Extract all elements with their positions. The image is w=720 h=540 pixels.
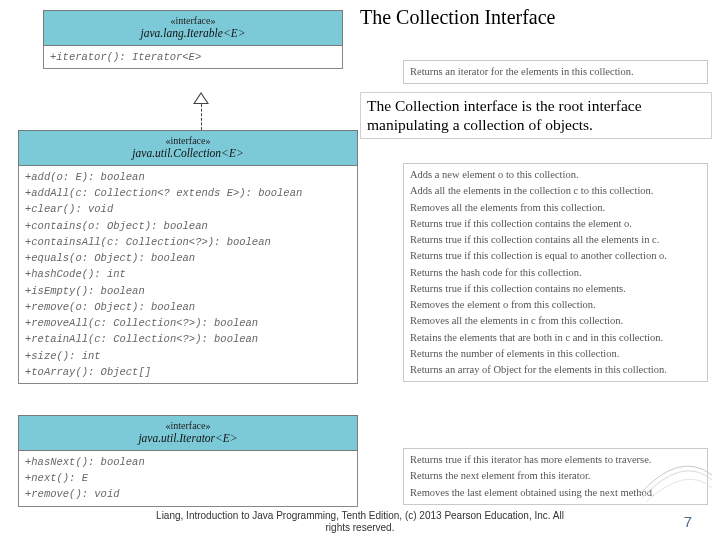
- method-desc: Removes the element o from this collecti…: [410, 297, 701, 313]
- iterator-methods: +hasNext(): boolean +next(): E +remove()…: [18, 451, 358, 507]
- iterable-descs: Returns an iterator for the elements in …: [403, 60, 708, 84]
- inheritance-arrow: [193, 92, 209, 130]
- method-sig: +toArray(): Object[]: [25, 364, 351, 380]
- method-desc: Retains the elements that are both in c …: [410, 330, 701, 346]
- method-sig: +add(o: E): boolean: [25, 169, 351, 185]
- method-sig: +equals(o: Object): boolean: [25, 250, 351, 266]
- iterable-class: «interface» java.lang.Iterable<E> +itera…: [43, 10, 343, 69]
- page-title: The Collection Interface: [360, 6, 555, 29]
- collection-methods: +add(o: E): boolean +addAll(c: Collectio…: [18, 166, 358, 384]
- method-sig: +iterator(): Iterator<E>: [50, 49, 336, 65]
- method-desc: Returns the hash code for this collectio…: [410, 265, 701, 281]
- method-desc: Returns the next element from this itera…: [410, 468, 701, 484]
- iterator-descs: Returns true if this iterator has more e…: [403, 448, 708, 505]
- stereotype: «interface»: [21, 420, 355, 432]
- method-sig: +next(): E: [25, 470, 351, 486]
- method-desc: Removes all the elements in c from this …: [410, 313, 701, 329]
- method-sig: +size(): int: [25, 348, 351, 364]
- method-desc: Returns true if this collection contains…: [410, 281, 701, 297]
- method-desc: Returns an iterator for the elements in …: [410, 64, 701, 80]
- method-sig: +remove(): void: [25, 486, 351, 502]
- iterable-methods: +iterator(): Iterator<E>: [43, 46, 343, 69]
- method-sig: +removeAll(c: Collection<?>): boolean: [25, 315, 351, 331]
- method-desc: Returns the number of elements in this c…: [410, 346, 701, 362]
- method-sig: +hashCode(): int: [25, 266, 351, 282]
- method-sig: +remove(o: Object): boolean: [25, 299, 351, 315]
- footer-citation: Liang, Introduction to Java Programming,…: [0, 510, 720, 534]
- stereotype: «interface»: [21, 135, 355, 147]
- iterator-header: «interface» java.util.Iterator<E>: [18, 415, 358, 451]
- method-sig: +retainAll(c: Collection<?>): boolean: [25, 331, 351, 347]
- triangle-icon: [193, 92, 209, 104]
- class-name: java.lang.Iterable<E>: [46, 27, 340, 41]
- iterator-class: «interface» java.util.Iterator<E> +hasNe…: [18, 415, 358, 507]
- method-desc: Adds a new element o to this collection.: [410, 167, 701, 183]
- method-sig: +clear(): void: [25, 201, 351, 217]
- footer-line2: rights reserved.: [326, 522, 395, 533]
- method-desc: Adds all the elements in the collection …: [410, 183, 701, 199]
- method-desc: Returns true if this iterator has more e…: [410, 452, 701, 468]
- method-desc: Returns true if this collection contains…: [410, 216, 701, 232]
- method-desc: Removes all the elements from this colle…: [410, 200, 701, 216]
- method-desc: Returns an array of Object for the eleme…: [410, 362, 701, 378]
- iterable-header: «interface» java.lang.Iterable<E>: [43, 10, 343, 46]
- class-name: java.util.Collection<E>: [21, 147, 355, 161]
- subtitle: The Collection interface is the root int…: [360, 92, 712, 139]
- method-desc: Returns true if this collection contains…: [410, 232, 701, 248]
- method-sig: +contains(o: Object): boolean: [25, 218, 351, 234]
- stereotype: «interface»: [46, 15, 340, 27]
- method-desc: Removes the last element obtained using …: [410, 485, 701, 501]
- class-name: java.util.Iterator<E>: [21, 432, 355, 446]
- method-sig: +containsAll(c: Collection<?>): boolean: [25, 234, 351, 250]
- page-number: 7: [684, 513, 692, 530]
- method-desc: Returns true if this collection is equal…: [410, 248, 701, 264]
- method-sig: +addAll(c: Collection<? extends E>): boo…: [25, 185, 351, 201]
- method-sig: +hasNext(): boolean: [25, 454, 351, 470]
- dashed-line: [201, 104, 202, 130]
- footer-line1: Liang, Introduction to Java Programming,…: [156, 510, 564, 521]
- collection-class: «interface» java.util.Collection<E> +add…: [18, 130, 358, 384]
- collection-descs: Adds a new element o to this collection.…: [403, 163, 708, 382]
- collection-header: «interface» java.util.Collection<E>: [18, 130, 358, 166]
- method-sig: +isEmpty(): boolean: [25, 283, 351, 299]
